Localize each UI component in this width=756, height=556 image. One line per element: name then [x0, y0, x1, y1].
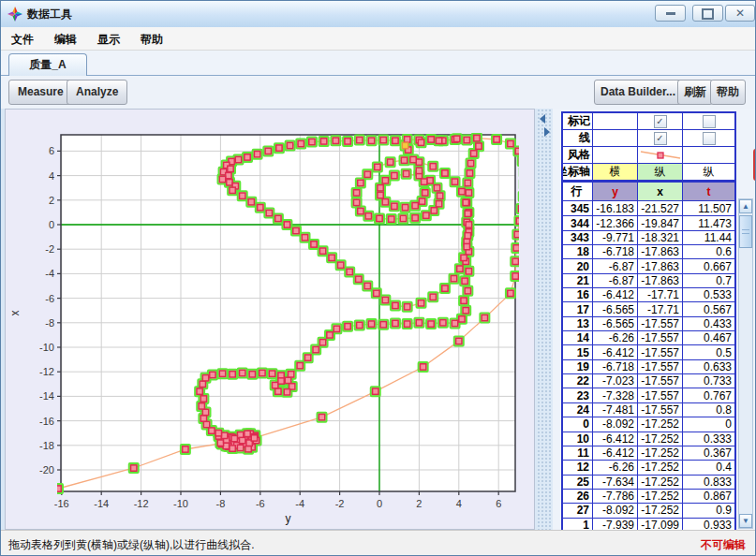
row-number-cell[interactable]: 13: [563, 317, 592, 330]
value-cell[interactable]: -6.26: [592, 331, 637, 344]
data-point[interactable]: [230, 372, 235, 377]
value-cell[interactable]: -6.26: [592, 461, 637, 474]
value-cell[interactable]: 0.367: [682, 446, 734, 460]
value-cell[interactable]: 0.4: [682, 461, 734, 474]
data-point[interactable]: [245, 431, 250, 436]
value-cell[interactable]: -7.328: [592, 388, 637, 402]
value-cell[interactable]: 0.567: [682, 302, 734, 315]
row-number-cell[interactable]: 14: [563, 331, 592, 344]
row-number-cell[interactable]: 12: [563, 461, 592, 474]
data-point[interactable]: [459, 316, 465, 322]
table-row[interactable]: 11-6.412-17.2520.367: [563, 446, 734, 460]
data-point[interactable]: [248, 199, 254, 205]
data-point[interactable]: [466, 190, 471, 196]
value-cell[interactable]: -7.786: [592, 490, 637, 503]
data-point[interactable]: [404, 137, 409, 142]
data-point[interactable]: [512, 258, 518, 264]
table-row[interactable]: 343-9.771-18.32111.44: [563, 230, 734, 244]
value-cell[interactable]: -17.252: [637, 504, 682, 517]
scroll-down-button[interactable]: ▼: [739, 514, 752, 528]
row-number-cell[interactable]: 10: [563, 432, 592, 446]
data-point[interactable]: [382, 199, 388, 205]
data-point[interactable]: [436, 201, 441, 207]
data-point[interactable]: [380, 322, 386, 328]
value-cell[interactable]: 0.733: [682, 374, 734, 388]
data-point[interactable]: [345, 139, 350, 144]
menu-item-2[interactable]: 显示: [94, 31, 124, 49]
data-point[interactable]: [288, 372, 293, 377]
value-cell[interactable]: 11.44: [682, 231, 734, 244]
row-number-cell[interactable]: 20: [563, 259, 592, 272]
value-cell[interactable]: -17.863: [637, 259, 682, 272]
data-point[interactable]: [259, 370, 265, 375]
data-point[interactable]: [345, 324, 350, 329]
data-point[interactable]: [403, 170, 408, 176]
table-row[interactable]: 19-6.718-17.5570.633: [563, 359, 734, 373]
table-row[interactable]: 16-6.412-17.710.533: [563, 287, 734, 301]
data-point[interactable]: [245, 446, 251, 452]
column-header-t[interactable]: t: [682, 183, 734, 200]
value-cell[interactable]: -9.771: [592, 231, 637, 244]
data-point[interactable]: [311, 241, 317, 247]
data-point[interactable]: [183, 446, 188, 452]
row-number-cell[interactable]: 0: [563, 417, 592, 431]
data-point[interactable]: [374, 290, 379, 296]
data-point[interactable]: [284, 222, 289, 227]
value-cell[interactable]: 0.7: [682, 274, 734, 287]
data-point[interactable]: [428, 137, 434, 142]
value-cell[interactable]: -19.847: [637, 216, 682, 229]
data-point[interactable]: [382, 178, 388, 183]
data-point[interactable]: [254, 151, 259, 156]
data-point[interactable]: [380, 137, 386, 142]
data-point[interactable]: [329, 255, 334, 260]
data-point[interactable]: [513, 245, 519, 251]
data-point[interactable]: [273, 382, 278, 388]
value-cell[interactable]: 0.767: [682, 388, 734, 402]
data-point[interactable]: [368, 321, 374, 327]
data-point[interactable]: [404, 304, 409, 310]
row-number-cell[interactable]: 19: [563, 360, 592, 373]
data-point[interactable]: [474, 135, 480, 140]
data-point[interactable]: [357, 137, 363, 142]
value-cell[interactable]: -17.557: [637, 360, 682, 373]
axis-drop-cell[interactable]: 横: [592, 164, 637, 180]
toolbar-button-analyze[interactable]: Analyze: [67, 80, 127, 105]
value-cell[interactable]: -12.366: [592, 216, 637, 229]
data-point[interactable]: [436, 138, 441, 143]
data-point[interactable]: [512, 273, 518, 279]
data-point[interactable]: [319, 340, 325, 345]
data-point[interactable]: [412, 215, 418, 221]
data-point[interactable]: [347, 269, 352, 274]
value-cell[interactable]: -17.557: [637, 374, 682, 388]
value-cell[interactable]: -6.412: [592, 432, 637, 446]
menu-item-1[interactable]: 编辑: [51, 31, 81, 49]
data-point[interactable]: [422, 190, 428, 196]
value-cell[interactable]: 0.867: [682, 490, 734, 503]
toolbar-button-data-builder[interactable]: Data Builder...: [594, 80, 682, 105]
data-point[interactable]: [522, 168, 527, 174]
data-point[interactable]: [423, 212, 429, 218]
data-point[interactable]: [416, 320, 422, 326]
checkbox-checked[interactable]: ✓: [654, 132, 667, 145]
data-point[interactable]: [420, 364, 425, 370]
data-point[interactable]: [131, 465, 137, 471]
row-number-cell[interactable]: 25: [563, 476, 592, 489]
row-number-cell[interactable]: 22: [563, 374, 592, 388]
data-point[interactable]: [393, 302, 398, 308]
data-point[interactable]: [228, 166, 233, 171]
data-point[interactable]: [404, 321, 409, 327]
table-row[interactable]: 14-6.26-17.5570.467: [563, 330, 734, 344]
data-point[interactable]: [465, 211, 470, 216]
data-point[interactable]: [392, 203, 397, 209]
menu-item-0[interactable]: 文件: [7, 31, 37, 49]
value-cell[interactable]: -8.092: [592, 504, 637, 517]
table-row[interactable]: 21-6.87-17.8630.7: [563, 273, 734, 287]
table-row[interactable]: 344-12.366-19.84711.473: [563, 215, 734, 229]
value-cell[interactable]: -17.71: [637, 288, 682, 301]
row-number-cell[interactable]: 27: [563, 504, 592, 517]
data-point[interactable]: [275, 388, 281, 394]
data-point[interactable]: [219, 176, 225, 182]
row-number-cell[interactable]: 17: [563, 302, 592, 315]
row-number-cell[interactable]: 344: [563, 216, 592, 229]
table-row[interactable]: 27-8.092-17.2520.9: [563, 503, 734, 517]
